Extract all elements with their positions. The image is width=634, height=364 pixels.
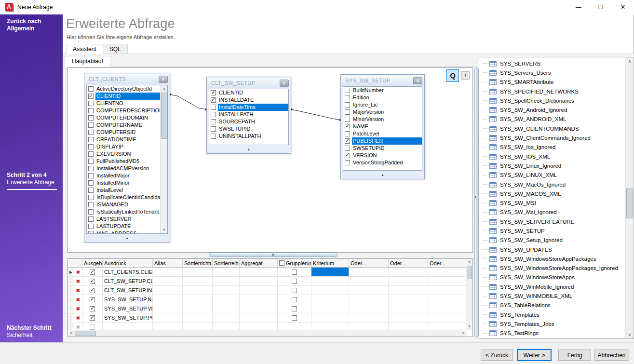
grid-cell-output[interactable] — [82, 268, 103, 277]
tree-item-sys-sw-winmobile-xml[interactable]: SYS_SW_WINMOBILE_XML — [479, 291, 625, 300]
tree-item-sys-servers[interactable]: SYS_SERVERS — [479, 59, 625, 68]
column-item-sourcepath[interactable]: SOURCEPATH — [209, 118, 288, 125]
tree-item-sys-sw-windowsstoreapppackages-ignored[interactable]: SYS_SW_WindowsStoreAppPackages_Ignored — [479, 264, 625, 273]
column-checkbox[interactable] — [345, 153, 350, 158]
grid-cell-or2[interactable] — [389, 295, 428, 304]
close-icon[interactable]: x — [413, 77, 422, 84]
output-checkbox[interactable] — [90, 324, 95, 330]
grid-cell-sortorder[interactable] — [213, 268, 240, 277]
column-checkbox[interactable] — [88, 166, 94, 171]
tree-item-sys-spellcheck-dictionaries[interactable]: SYS_SpellCheck_Dictionaries — [479, 96, 625, 105]
grid-cell-output[interactable] — [82, 286, 103, 295]
grid-header-expr[interactable]: Ausdruck — [103, 259, 153, 268]
column-item-installdate[interactable]: INSTALLDATE — [209, 96, 288, 104]
grid-cell-aggregate[interactable] — [240, 313, 278, 323]
column-item-fullpublishedmd5[interactable]: FullPublishedMD5 — [87, 158, 167, 165]
grid-cell-or1[interactable] — [349, 304, 389, 313]
tree-item-sys-sw-windowsstoreapppackages[interactable]: SYS_SW_WindowsStoreAppPackages — [479, 254, 625, 263]
list-scrollbar[interactable]: ∧∨ — [160, 85, 167, 233]
grid-header-sortorder[interactable]: Sortierreihenfolge — [213, 259, 240, 268]
column-item-mac-address[interactable]: MAC_ADDRESS — [87, 230, 167, 234]
grid-cell-grouping[interactable] — [278, 295, 311, 304]
column-item-installpath[interactable]: INSTALLPATH — [209, 111, 288, 118]
column-item-majorversion[interactable]: MajorVersion — [343, 108, 422, 116]
grid-cell-or1[interactable] — [349, 277, 389, 286]
table-box-titlebar[interactable]: CLT_SW_SETUPx — [207, 78, 290, 88]
grouping-checkbox[interactable] — [292, 279, 297, 284]
scroll-thumb[interactable] — [161, 93, 167, 139]
tree-item-sys-sw-macos-ignored[interactable]: SYS_SW_MacOs_Ignored — [479, 180, 625, 189]
scroll-down-icon[interactable]: ∨ — [466, 323, 472, 330]
grid-cell-expr[interactable]: SYS_SW_SETUP.VERSION — [103, 304, 153, 313]
weiter-button[interactable]: Weiter > — [517, 349, 552, 361]
grid-horizontal-scrollbar[interactable]: < > — [68, 330, 467, 337]
grid-cell-grouping[interactable] — [278, 304, 311, 313]
grid-cell-grouping[interactable] — [278, 286, 311, 295]
scroll-thumb[interactable] — [75, 331, 96, 336]
tree-item-sys-sw-ios-ignored[interactable]: SYS_SW_Ios_Ignored — [479, 143, 625, 152]
grid-cell-sortorder[interactable] — [213, 286, 240, 295]
column-item-isstaticallylinkedtotenant[interactable]: IsStaticallyLinkedToTenant — [87, 208, 167, 216]
row-handle-icon[interactable]: ⋮ — [68, 295, 74, 304]
current-row-icon[interactable]: ▶ — [68, 268, 74, 277]
grid-cell-or3[interactable] — [428, 286, 467, 295]
column-item-creationtime[interactable]: CREATIONTIME — [87, 136, 167, 143]
tree-item-sys-sw-winmobile-ignored[interactable]: SYS_SW_WinMobile_Ignored — [479, 282, 625, 291]
output-checkbox[interactable] — [90, 297, 95, 302]
grouping-checkbox[interactable] — [292, 306, 297, 311]
column-checkbox[interactable] — [345, 117, 350, 122]
delete-row-icon[interactable]: ✖ — [76, 279, 80, 284]
grid-row[interactable]: ▶✖CLT_CLIENTS.CLIENTID — [68, 268, 472, 277]
grid-cell-aggregate[interactable] — [240, 304, 278, 313]
output-checkbox[interactable] — [90, 279, 95, 284]
output-checkbox[interactable] — [90, 288, 95, 293]
column-item-lastserver[interactable]: LASTSERVER — [87, 216, 167, 223]
tab-sql[interactable]: SQL — [103, 44, 128, 54]
grid-cell-delete[interactable]: ✖ — [74, 313, 82, 323]
tree-item-sys-templates[interactable]: SYS_Templates — [479, 310, 625, 319]
fertig-button[interactable]: Fertig — [558, 350, 591, 361]
column-item-version[interactable]: VERSION — [343, 152, 422, 159]
column-item-computerdescription[interactable]: COMPUTERDESCRIPTION — [87, 107, 167, 114]
tree-item-sys-sw-clientcommands[interactable]: SYS_SW_CLIENTCOMMANDS — [479, 124, 625, 133]
grid-cell-criteria[interactable] — [311, 295, 349, 304]
tree-item-sys-sw-setup[interactable]: SYS_SW_SETUP — [479, 226, 625, 235]
grid-cell-or3[interactable] — [428, 268, 467, 277]
grid-cell-sortorder[interactable] — [213, 304, 240, 313]
column-checkbox[interactable] — [88, 173, 94, 178]
tree-item-sys-sw-msi[interactable]: SYS_SW_MSI — [479, 198, 625, 207]
grid-cell-alias[interactable] — [153, 313, 183, 323]
grid-vertical-scrollbar[interactable]: ∧ ∨ — [466, 259, 472, 330]
grid-header-state[interactable] — [68, 259, 74, 268]
grouping-header-checkbox[interactable] — [279, 260, 284, 266]
column-item-isduplicateclientidcandidate[interactable]: IsDuplicateClientIdCandidate — [87, 194, 167, 201]
output-checkbox[interactable] — [90, 315, 95, 321]
tree-item-sys-sw-android-ignored[interactable]: SYS_SW_Android_Ignored — [479, 105, 625, 114]
grid-cell-or3[interactable] — [428, 313, 467, 323]
table-box-titlebar[interactable]: SYS_SW_SETUPx — [341, 75, 424, 86]
tree-item-sys-sw-linux-ignored[interactable]: SYS_SW_Linux_Ignored — [479, 161, 625, 170]
tree-scrollbar[interactable]: ∧ ∨ — [625, 57, 634, 338]
column-item-clientid[interactable]: CLIENTID — [87, 93, 167, 100]
close-icon[interactable]: x — [159, 76, 168, 83]
grid-header-delete[interactable] — [74, 259, 82, 268]
column-checkbox[interactable] — [88, 86, 94, 92]
tree-item-sys-sw-windowsstoreapps[interactable]: SYS_SW_WindowsStoreApps — [479, 273, 625, 282]
zoom-tool-button[interactable]: Q — [446, 69, 459, 82]
grid-header-output[interactable]: Ausgeben — [82, 259, 103, 268]
column-item-ismanaged[interactable]: ISMANAGED — [87, 201, 167, 208]
column-item-computersid[interactable]: COMPUTERSID — [87, 129, 167, 136]
grid-row[interactable]: ⋮✖CLT_SW_SETUP.CLIENTID — [68, 277, 472, 286]
tree-item-sys-user-in-ad-group[interactable]: SYS_User_In_AD_Group — [479, 338, 625, 338]
grid-row[interactable]: ⋮✖SYS_SW_SETUP.NAME — [68, 295, 472, 304]
tree-item-sys-sw-linux-xml[interactable]: SYS_SW_LINUX_XML — [479, 171, 625, 180]
delete-row-icon[interactable]: ✖ — [76, 288, 80, 293]
collapse-box-button[interactable]: ▲ — [207, 146, 290, 153]
tree-item-sys-sw-updates[interactable]: SYS_SW_UPDATES — [479, 245, 625, 254]
grid-cell-or2[interactable] — [389, 313, 428, 323]
grid-cell-aggregate[interactable] — [240, 295, 278, 304]
abbrechen-button[interactable]: Abbrechen — [594, 350, 629, 361]
scroll-right-icon[interactable]: > — [460, 330, 467, 337]
grid-row[interactable]: ⋮✖SYS_SW_SETUP.VERSION — [68, 304, 472, 313]
column-checkbox[interactable] — [211, 119, 216, 124]
